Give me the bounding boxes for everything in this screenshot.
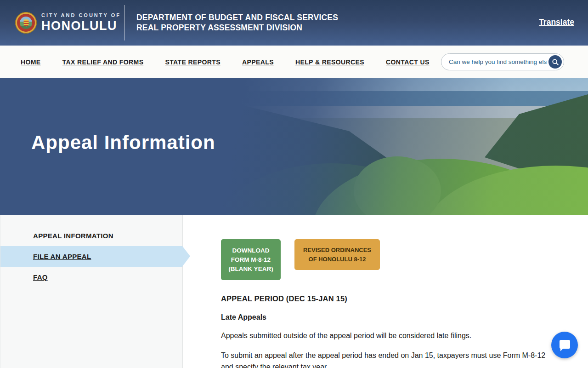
nav-item-tax-relief-and-forms[interactable]: TAX RELIEF AND FORMS: [62, 58, 144, 66]
search-input[interactable]: [449, 58, 548, 65]
late-appeals-paragraph-2: To submit an appeal after the appeal per…: [221, 350, 553, 368]
sidebar-item-appeal-information[interactable]: APPEAL INFORMATION: [0, 225, 182, 246]
department-line1: DEPARTMENT OF BUDGET AND FISCAL SERVICES: [136, 12, 338, 23]
department-title: DEPARTMENT OF BUDGET AND FISCAL SERVICES…: [136, 12, 338, 33]
main-content: DOWNLOAD FORM M-8-12 (BLANK YEAR) REVISE…: [183, 215, 553, 368]
action-buttons: DOWNLOAD FORM M-8-12 (BLANK YEAR) REVISE…: [221, 239, 553, 280]
nav-item-help-resources[interactable]: HELP & RESOURCES: [295, 58, 364, 66]
sidebar-link-appeal-information[interactable]: APPEAL INFORMATION: [33, 232, 113, 240]
section-sidebar: APPEAL INFORMATION FILE AN APPEAL FAQ: [0, 215, 183, 368]
appeal-period-heading: APPEAL PERIOD (DEC 15-JAN 15): [221, 294, 553, 303]
translate-link[interactable]: Translate: [539, 17, 574, 27]
late-appeals-paragraph-1: Appeals submitted outside of the appeal …: [221, 330, 553, 341]
nav-item-state-reports[interactable]: STATE REPORTS: [165, 58, 220, 66]
revised-ordinances-button[interactable]: REVISED ORDINANCES OF HONOLULU 8-12: [294, 239, 380, 270]
chat-widget-button[interactable]: [551, 332, 578, 358]
chat-bubble-icon: [558, 338, 571, 352]
sidebar-item-file-an-appeal[interactable]: FILE AN APPEAL: [0, 246, 182, 267]
site-header: CITY AND COUNTY OF HONOLULU DEPARTMENT O…: [0, 0, 588, 46]
page-title: Appeal Information: [31, 132, 215, 154]
sidebar-link-faq[interactable]: FAQ: [33, 273, 48, 281]
header-divider: [124, 5, 124, 40]
site-logo[interactable]: CITY AND COUNTY OF HONOLULU: [41, 12, 121, 33]
sidebar-item-faq[interactable]: FAQ: [0, 267, 182, 288]
download-form-m-8-12-button[interactable]: DOWNLOAD FORM M-8-12 (BLANK YEAR): [221, 239, 281, 280]
search-icon: [552, 58, 559, 66]
honolulu-seal-icon: [15, 12, 37, 34]
org-name-small: CITY AND COUNTY OF: [41, 12, 121, 18]
main-navigation: HOME TAX RELIEF AND FORMS STATE REPORTS …: [0, 46, 588, 78]
nav-item-contact-us[interactable]: CONTACT US: [386, 58, 430, 66]
sidebar-link-file-an-appeal[interactable]: FILE AN APPEAL: [33, 253, 91, 260]
search-button[interactable]: [548, 55, 562, 69]
late-appeals-subheading: Late Appeals: [221, 313, 553, 322]
org-name-large: HONOLULU: [41, 19, 121, 33]
department-line2: REAL PROPERTY ASSESSMENT DIVISION: [136, 23, 338, 33]
site-search: [441, 53, 564, 70]
nav-links: HOME TAX RELIEF AND FORMS STATE REPORTS …: [0, 58, 430, 66]
hero-banner: Appeal Information: [0, 78, 588, 215]
nav-item-home[interactable]: HOME: [21, 58, 41, 66]
nav-item-appeals[interactable]: APPEALS: [242, 58, 274, 66]
content-area: APPEAL INFORMATION FILE AN APPEAL FAQ DO…: [0, 215, 588, 368]
